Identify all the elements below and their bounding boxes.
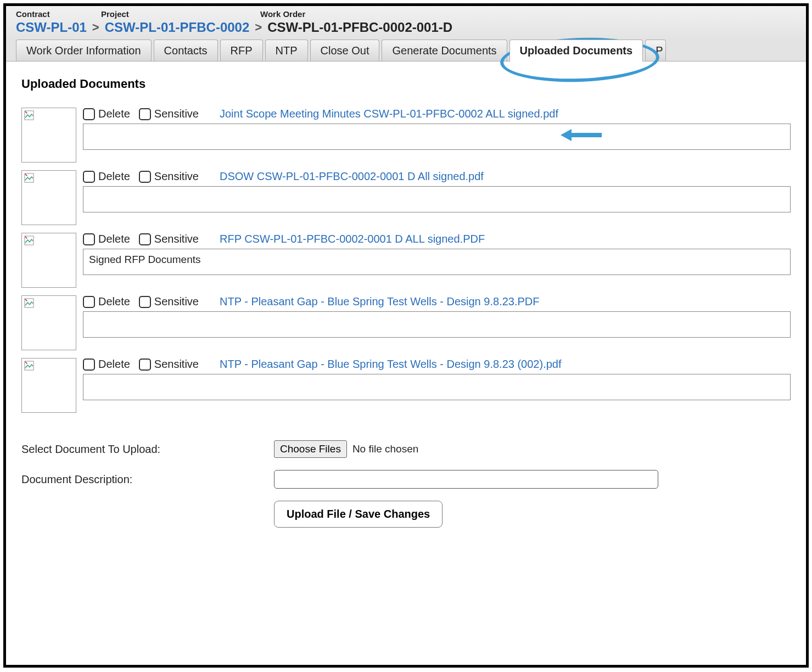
tab-contacts[interactable]: Contacts	[154, 40, 218, 61]
doc-thumbnail[interactable]	[21, 108, 76, 163]
broken-image-icon	[24, 361, 34, 371]
doc-row: Delete Sensitive Joint Scope Meeting Min…	[21, 108, 791, 163]
breadcrumb-label-contract: Contract	[16, 9, 90, 19]
sensitive-label: Sensitive	[154, 233, 199, 245]
delete-checkbox[interactable]	[83, 359, 95, 371]
breadcrumb-sep: >	[92, 20, 99, 35]
doc-thumbnail[interactable]	[21, 295, 76, 350]
delete-checkbox[interactable]	[83, 296, 95, 308]
tabs-row: Work Order Information Contacts RFP NTP …	[6, 40, 806, 61]
content-panel: Uploaded Documents Delete Sensitive Join…	[6, 61, 806, 543]
doc-thumbnail[interactable]	[21, 170, 76, 225]
sensitive-checkbox[interactable]	[139, 171, 151, 183]
sensitive-checkbox[interactable]	[139, 296, 151, 308]
sensitive-label: Sensitive	[154, 358, 199, 371]
delete-label: Delete	[98, 108, 130, 120]
delete-label: Delete	[98, 170, 130, 183]
sensitive-label: Sensitive	[154, 170, 199, 183]
tab-close-out[interactable]: Close Out	[310, 40, 380, 61]
delete-label: Delete	[98, 233, 130, 245]
doc-description-field[interactable]: Signed RFP Documents	[83, 249, 791, 275]
sensitive-label: Sensitive	[154, 108, 199, 120]
select-doc-label: Select Document To Upload:	[21, 443, 274, 456]
broken-image-icon	[24, 236, 34, 245]
doc-thumbnail[interactable]	[21, 233, 76, 288]
delete-label: Delete	[98, 358, 130, 371]
breadcrumb-label-project: Project	[101, 9, 249, 19]
upload-save-button[interactable]: Upload File / Save Changes	[274, 501, 443, 528]
section-title: Uploaded Documents	[21, 77, 791, 91]
doc-description-field[interactable]	[83, 124, 791, 150]
app-frame: Contract Project Work Order CSW-PL-01 > …	[3, 3, 809, 668]
breadcrumb: CSW-PL-01 > CSW-PL-01-PFBC-0002 > CSW-PL…	[16, 19, 796, 40]
doc-link[interactable]: DSOW CSW-PL-01-PFBC-0002-0001 D All sign…	[220, 170, 484, 183]
doc-row: Delete Sensitive RFP CSW-PL-01-PFBC-0002…	[21, 233, 791, 288]
tab-uploaded-docs[interactable]: Uploaded Documents	[509, 40, 643, 61]
choose-files-button[interactable]: Choose Files	[274, 440, 347, 458]
doc-link[interactable]: NTP - Pleasant Gap - Blue Spring Test We…	[220, 358, 562, 371]
breadcrumb-contract-link[interactable]: CSW-PL-01	[16, 20, 87, 35]
doc-description-field[interactable]	[83, 374, 791, 400]
doc-description-label: Document Description:	[21, 473, 274, 486]
doc-description-input[interactable]	[274, 470, 658, 489]
doc-thumbnail[interactable]	[21, 358, 76, 413]
tab-ntp[interactable]: NTP	[265, 40, 308, 61]
tab-work-order-info[interactable]: Work Order Information	[16, 40, 152, 61]
upload-section: Select Document To Upload: Choose Files …	[21, 440, 791, 528]
tab-generate-docs[interactable]: Generate Documents	[382, 40, 507, 61]
delete-checkbox[interactable]	[83, 108, 95, 120]
breadcrumb-labels: Contract Project Work Order	[16, 9, 796, 19]
doc-link[interactable]: NTP - Pleasant Gap - Blue Spring Test We…	[220, 295, 539, 308]
breadcrumb-label-workorder: Work Order	[260, 9, 305, 19]
breadcrumb-sep: >	[255, 20, 262, 35]
breadcrumb-project-link[interactable]: CSW-PL-01-PFBC-0002	[105, 20, 250, 35]
delete-label: Delete	[98, 295, 130, 308]
no-file-chosen-text: No file chosen	[352, 443, 418, 455]
breadcrumb-workorder: CSW-PL-01-PFBC-0002-001-D	[267, 20, 452, 35]
delete-checkbox[interactable]	[83, 171, 95, 183]
tab-rfp[interactable]: RFP	[220, 40, 263, 61]
doc-row: Delete Sensitive NTP - Pleasant Gap - Bl…	[21, 358, 791, 413]
doc-row: Delete Sensitive DSOW CSW-PL-01-PFBC-000…	[21, 170, 791, 225]
doc-description-field[interactable]	[83, 186, 791, 212]
broken-image-icon	[24, 173, 34, 183]
doc-row: Delete Sensitive NTP - Pleasant Gap - Bl…	[21, 295, 791, 350]
doc-link[interactable]: RFP CSW-PL-01-PFBC-0002-0001 D ALL signe…	[220, 233, 485, 245]
sensitive-checkbox[interactable]	[139, 108, 151, 120]
sensitive-checkbox[interactable]	[139, 233, 151, 245]
delete-checkbox[interactable]	[83, 233, 95, 245]
header-bar: Contract Project Work Order CSW-PL-01 > …	[6, 6, 806, 40]
sensitive-label: Sensitive	[154, 295, 199, 308]
doc-link[interactable]: Joint Scope Meeting Minutes CSW-PL-01-PF…	[220, 108, 558, 120]
tab-partial[interactable]: P	[645, 40, 665, 61]
broken-image-icon	[24, 110, 34, 120]
doc-description-field[interactable]	[83, 311, 791, 338]
broken-image-icon	[24, 298, 34, 308]
sensitive-checkbox[interactable]	[139, 359, 151, 371]
